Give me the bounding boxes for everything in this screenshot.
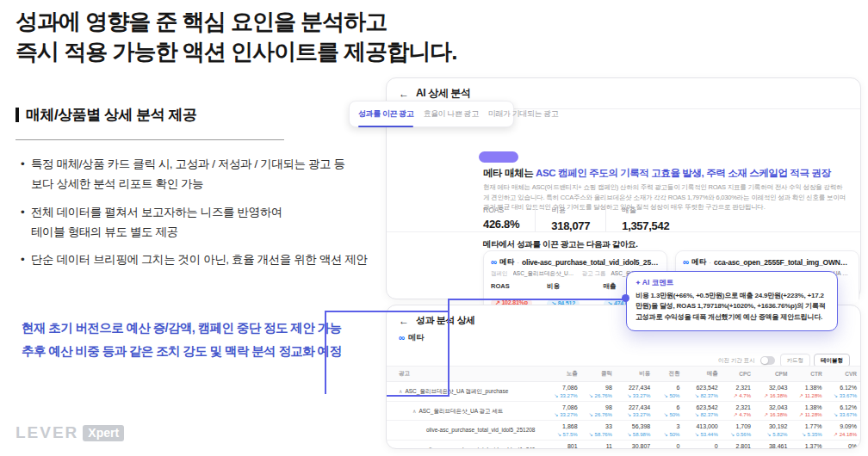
cell-value: 98	[605, 404, 612, 410]
lever-xpert-logo: LEVER Xpert	[16, 423, 124, 442]
metric-value: 1,357,542	[622, 219, 669, 232]
bullet-line1: 단순 데이터 브리핑에 그치는 것이 아닌, 효율 개선을 위한 액션 제안	[21, 249, 391, 271]
feature-bullet-3: 단순 데이터 브리핑에 그치는 것이 아닌, 효율 개선을 위한 액션 제안	[21, 249, 391, 271]
section-divider	[16, 139, 284, 140]
metric-cell: 1.38%↗ 11.28%	[792, 401, 827, 421]
ad-card-header: ∞메타·cca-asc_open_2555F_total_img_OWNOS1_…	[683, 257, 852, 268]
cell-value: 2,321	[736, 385, 752, 391]
back-arrow-icon[interactable]: ←	[399, 315, 409, 327]
metric-cell: 38,461↗ 44.61%	[756, 440, 792, 449]
popup-body: 비용 1.3만원(+66%, +0.5만원)으로 매출 24.9만원(+223%…	[636, 291, 828, 323]
cell-change: ↘ 58.98%	[623, 431, 650, 437]
toggle-label: 이전 기간 표시	[718, 357, 755, 365]
cell-value: 1.38%	[805, 385, 822, 391]
cell-value: 98	[605, 385, 612, 391]
cell-value: 32,043	[769, 404, 787, 410]
table-row[interactable]: ∧ASC_올리브데은샷_UA 캠페인_purchase7,086↘ 33.27%…	[387, 382, 861, 402]
table-row[interactable]: ∧ASC_올리브데은샷_UA 광고 세트7,086↘ 33.27%98↘ 26.…	[387, 401, 861, 421]
collapse-caret-icon[interactable]: ∧	[412, 409, 416, 414]
cards-intro-text: 메타에서 성과를 이끈 광고는 다음과 같아요.	[483, 239, 638, 250]
cell-value: 0%	[848, 443, 857, 449]
cell-change: ↗ 4.7%	[728, 392, 751, 398]
metric-value: 426.8%	[483, 218, 519, 231]
metric-value: 318,077	[551, 219, 590, 232]
metric-cell: 9.09%↗ 24.18%	[828, 421, 861, 441]
metric-cell: 32,043↗ 16.38%	[756, 382, 792, 402]
metric-cell: 801↗ 80.55%	[548, 440, 582, 449]
sparkle-icon: ✦	[636, 280, 642, 286]
slide-canvas: 성과에 영향을 준 핵심 요인을 분석하고 즉시 적용 가능한 액션 인사이트를…	[0, 0, 868, 456]
cell-value: 801	[567, 443, 578, 449]
tab-1[interactable]: 성과를 이끈 광고	[358, 101, 413, 127]
bullet-line1: 특정 매체/상품 카드 클릭 시, 고성과 / 저성과 / 기대되는 광고 등	[21, 153, 391, 176]
cell-change: ↘ 58.76%	[588, 431, 612, 437]
cell-change: ↘ 82.37%	[690, 411, 717, 417]
cell-value: 3	[677, 423, 680, 429]
metric-cell: 30,192↘ 5.82%	[756, 421, 792, 441]
table-row[interactable]: olive-asc_purchase_total_vid_idol5_25120…	[387, 421, 861, 441]
popup-title: ✦ AI 코멘트	[636, 278, 828, 288]
column-header-전환: 전환	[655, 367, 685, 382]
connector-line	[325, 311, 450, 312]
headline-line1: 성과에 영향을 준 핵심 요인을 분석하고	[16, 7, 456, 37]
cell-value: 1,868	[562, 423, 578, 429]
feature-bullet-2: 전체 데이터를 펼쳐서 보고자하는 니즈를 반영하여테이블 형태의 뷰도 별도 …	[21, 201, 391, 242]
metric-cell: 7,086↘ 33.27%	[548, 401, 582, 421]
metric-cell: 1,709↘ 0.56%	[723, 421, 756, 441]
metric-cell: 00%	[655, 440, 685, 449]
metric-cell: 33↘ 58.76%	[583, 421, 617, 441]
performance-table: 광고노출클릭비용전환매출CPCCPMCTRCVR ∧ASC_올리브데은샷_UA …	[387, 366, 861, 449]
ad-media: 메타	[499, 257, 514, 268]
headline-line2: 즉시 적용 가능한 액션 인사이트를 제공합니다.	[16, 37, 456, 67]
media-name: 메타	[408, 332, 424, 343]
cell-value: 30,192	[769, 423, 787, 429]
column-header-CPC: CPC	[723, 367, 756, 382]
connector-line	[387, 395, 450, 397]
feature-bullet-1: 특정 매체/상품 카드 클릭 시, 고성과 / 저성과 / 기대되는 광고 등보…	[21, 153, 391, 194]
collapse-caret-icon[interactable]: ∧	[399, 389, 402, 394]
ad-name: olive-asc_purchase_total_vid_idol5_25120…	[522, 258, 660, 267]
cell-value: 11	[606, 443, 612, 449]
cell-value: 2,801	[736, 443, 752, 449]
cell-value: 227,434	[629, 404, 650, 410]
tab-3[interactable]: 미래가 기대되는 광고	[488, 101, 559, 127]
cell-change: ↘ 26.76%	[588, 411, 612, 417]
cell-change: ↘ 5.35%	[797, 431, 822, 437]
cell-change: ↘ 50%	[660, 392, 679, 398]
insight-badge	[479, 151, 518, 163]
ai-panel-divider	[387, 231, 860, 232]
cell-change: ↘ 5.82%	[761, 431, 787, 437]
ad-metric-ROAS: ROAS↗ 102.81%p과거629.48%최근732.29%	[491, 282, 547, 305]
bullet-line1: 전체 데이터를 펼쳐서 보고자하는 니즈를 반영하여	[21, 201, 391, 224]
row-name: ∧ASC_올리브데은샷_UA 캠페인_purchase	[387, 382, 548, 402]
cell-change: ↘ 33.27%	[553, 411, 577, 417]
dot-separator: ·	[709, 258, 711, 267]
meta-logo-icon: ∞	[399, 334, 405, 342]
cell-value: 6.12%	[840, 385, 857, 391]
tab-2[interactable]: 효율이 나쁜 광고	[423, 101, 478, 127]
bullet-line2: 보다 상세한 분석 리포트 확인 가능	[21, 176, 391, 193]
cell-change: ↘ 50%	[660, 411, 679, 417]
column-header-노출: 노출	[548, 367, 582, 382]
back-arrow-icon[interactable]: ←	[399, 88, 409, 100]
metric-cell: 6↘ 50%	[655, 382, 685, 402]
metric-cell: 623,542↘ 82.37%	[685, 382, 722, 402]
cell-change: ↘ 53.44%	[690, 431, 717, 437]
bullet-line2: 테이블 형태의 뷰도 별도 제공	[21, 224, 391, 241]
connector-line	[325, 311, 326, 394]
cell-value: 227,434	[629, 385, 650, 391]
cell-value: 38,461	[769, 443, 787, 449]
cell-value: 623,542	[696, 404, 717, 410]
metric-cell: 6↘ 50%	[655, 401, 685, 421]
section-title-text: 매체/상품별 상세 분석 제공	[26, 105, 196, 125]
metric-cell: 98↘ 26.76%	[583, 382, 617, 402]
previous-period-toggle[interactable]	[760, 356, 775, 365]
metric-cell: 30,807↗ 169.8%	[617, 440, 655, 449]
cell-value: 6.12%	[840, 404, 857, 410]
cell-value: 33	[605, 423, 612, 429]
meta-logo-icon: ∞	[683, 258, 689, 267]
table-row[interactable]: olive-asc_purchase_total_vid_soldout1_24…	[387, 440, 861, 449]
column-header-CPM: CPM	[756, 367, 792, 382]
cell-value: 7,086	[562, 404, 578, 410]
insight-metric-3: 매출1,357,542	[622, 206, 685, 232]
